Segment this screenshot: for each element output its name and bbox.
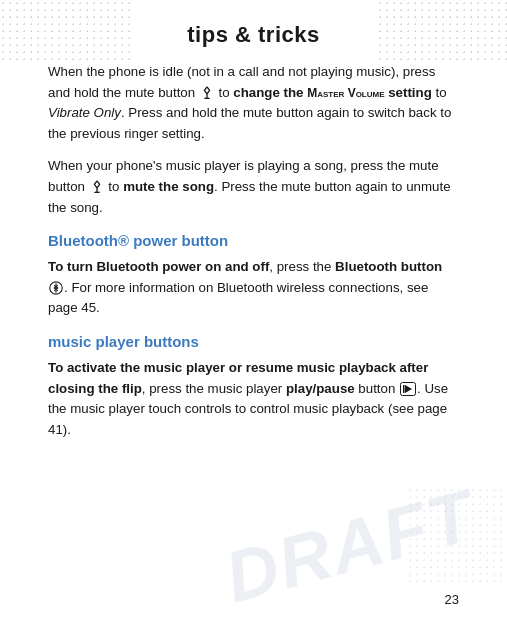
bluetooth-button-label: Bluetooth button [335,259,442,274]
music-player-section-heading: music player buttons [48,333,459,350]
mute-song-text: mute the song [123,179,214,194]
bluetooth-icon [49,280,63,296]
mute-icon-2 [91,180,103,195]
change-text: change the Master Volume setting [233,85,432,100]
bluetooth-bold-text: To turn Bluetooth power on and off [48,259,269,274]
play-pause-icon [400,382,416,396]
main-content: tips & tricks When the phone is idle (no… [0,0,507,473]
page-number: 23 [445,592,459,607]
play-pause-label: play/pause [286,381,355,396]
svg-rect-8 [403,385,405,393]
mute-icon-1 [201,86,213,101]
mute-song-paragraph: When your phone's music player is playin… [48,156,459,218]
vibrate-only-text: Vibrate Only [48,105,121,120]
master-volume-text: Master Volume [307,86,384,100]
music-player-bold-text: To activate the music player or resume m… [48,360,428,396]
music-player-paragraph: To activate the music player or resume m… [48,358,459,440]
page-title: tips & tricks [48,0,459,62]
bluetooth-paragraph: To turn Bluetooth power on and off, pres… [48,257,459,319]
bluetooth-section-heading: Bluetooth® power button [48,232,459,249]
mute-idle-paragraph: When the phone is idle (not in a call an… [48,62,459,144]
dot-pattern-bottom-right [407,487,507,587]
svg-marker-7 [405,385,412,393]
page-container: DRAFT tips & tricks When the phone is id… [0,0,507,617]
